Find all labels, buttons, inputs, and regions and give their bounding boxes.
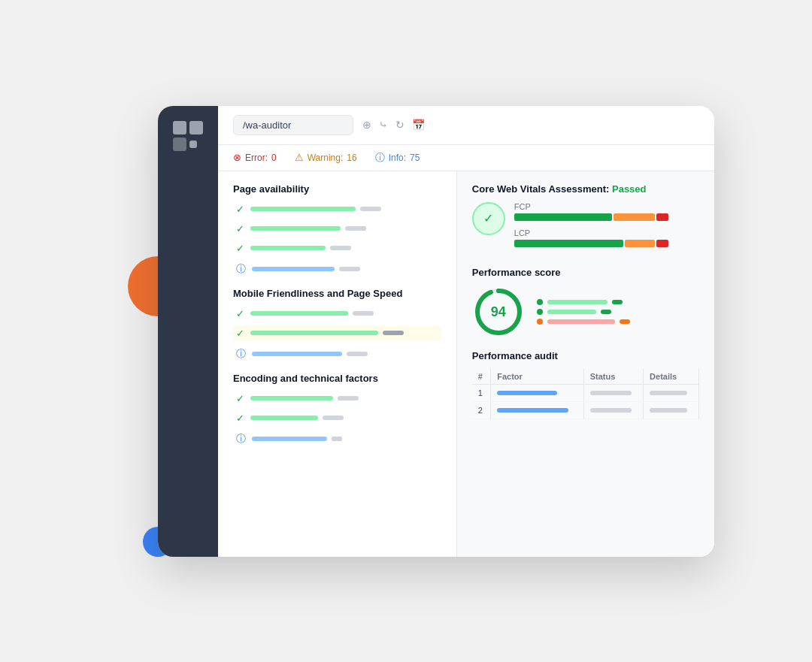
legend-end-orange — [620, 319, 630, 324]
legend-dot — [537, 309, 543, 315]
bar-container — [250, 311, 438, 316]
status-bar — [590, 391, 632, 395]
cwv-section: Core Web Vitals Assessment: Passed ✓ FCP — [472, 183, 699, 255]
check-icon-green: ✓ — [236, 308, 244, 319]
check-row: ⓘ — [233, 261, 441, 277]
legend-dot — [537, 299, 543, 305]
panels: Page availability ✓ ✓ — [218, 171, 714, 557]
legend-bar — [547, 319, 615, 324]
details-bar — [650, 408, 687, 413]
cwv-lcp-label: LCP — [514, 228, 699, 237]
legend-end — [612, 300, 623, 304]
audit-row-1: 1 — [472, 384, 699, 401]
cwv-bar-fcp: FCP — [514, 202, 699, 221]
bar-end — [353, 311, 374, 316]
factor-bar — [497, 391, 557, 395]
bar-container — [250, 207, 438, 211]
bar-container — [250, 226, 438, 231]
row1-num: 1 — [472, 384, 491, 401]
check-icon-blue: ⓘ — [236, 347, 246, 361]
error-status: ⊗ Error: 0 — [233, 152, 277, 163]
check-row: ✓ — [233, 241, 441, 255]
col-status: Status — [583, 369, 643, 385]
refresh-icon[interactable]: ↻ — [395, 119, 404, 131]
bar-main — [252, 437, 327, 441]
check-row-highlighted: ✓ — [233, 326, 441, 340]
cwv-title: Core Web Vitals Assessment: Passed — [472, 183, 699, 195]
bar-main — [250, 416, 318, 420]
cwv-check-icon: ✓ — [472, 202, 505, 235]
cwv-fcp-label: FCP — [514, 202, 699, 211]
warning-value: 16 — [347, 153, 356, 163]
logo-square-3 — [173, 138, 186, 151]
logo-square-1 — [173, 121, 186, 135]
col-details: Details — [644, 369, 699, 385]
row1-factor — [491, 384, 583, 401]
audit-table: # Factor Status Details 1 — [472, 369, 699, 419]
row2-status — [583, 401, 643, 419]
status-bar — [590, 408, 632, 413]
cwv-fcp-track — [514, 213, 699, 221]
bar-main — [250, 331, 378, 335]
check-icon-green: ✓ — [236, 204, 244, 215]
legend-row — [537, 309, 630, 315]
section-page-availability: Page availability — [233, 183, 441, 195]
share-icon[interactable]: ⤷ — [379, 119, 388, 131]
bar-main — [252, 267, 335, 271]
legend-bar — [547, 300, 607, 304]
warning-icon: ⚠ — [295, 152, 304, 163]
add-icon[interactable]: ⊕ — [362, 119, 371, 131]
info-value: 75 — [410, 153, 420, 163]
calendar-icon[interactable]: 📅 — [412, 119, 425, 131]
bar-container — [250, 396, 438, 401]
bar-container — [250, 246, 438, 250]
row2-num: 2 — [472, 401, 491, 419]
check-row: ⓘ — [233, 346, 441, 362]
legend-end — [601, 310, 611, 314]
cwv-title-text: Core Web Vitals Assessment: — [472, 183, 610, 195]
check-row: ✓ — [233, 391, 441, 406]
row1-details — [644, 384, 699, 401]
right-panel: Core Web Vitals Assessment: Passed ✓ FCP — [456, 171, 714, 557]
row2-details — [644, 401, 699, 419]
bar-end — [383, 331, 404, 335]
check-row: ⓘ — [233, 431, 441, 447]
address-bar: /wa-auditor ⊕ ⤷ ↻ 📅 — [218, 106, 714, 145]
bar-container — [252, 267, 438, 271]
error-value: 0 — [271, 153, 277, 163]
bar-end — [332, 437, 342, 441]
bar-container — [250, 416, 438, 420]
bar-end — [323, 416, 344, 420]
bar-main — [250, 246, 326, 250]
col-factor: Factor — [491, 369, 583, 385]
info-status: ⓘ Info: 75 — [375, 151, 420, 165]
check-row: ✓ — [233, 411, 441, 425]
check-icon-green: ✓ — [236, 393, 244, 404]
perf-section: Performance score 94 — [472, 267, 699, 338]
bar-end — [360, 207, 381, 211]
details-bar — [650, 391, 687, 395]
row1-status — [583, 384, 643, 401]
device: /wa-auditor ⊕ ⤷ ↻ 📅 ⊗ Error: 0 ⚠ Warning… — [158, 106, 714, 557]
sidebar-logo — [173, 121, 203, 151]
check-icon-blue: ⓘ — [236, 432, 246, 446]
audit-title: Performance audit — [472, 350, 699, 361]
legend-dot — [537, 319, 543, 325]
perf-legend — [537, 299, 630, 325]
status-bar: ⊗ Error: 0 ⚠ Warning: 16 ⓘ Info: 75 — [218, 145, 714, 171]
donut-container: 94 — [472, 286, 525, 338]
perf-score-container: 94 — [472, 286, 699, 338]
row2-factor — [491, 401, 583, 419]
error-icon: ⊗ — [233, 152, 241, 163]
url-input[interactable]: /wa-auditor — [233, 115, 353, 135]
cwv-seg — [514, 240, 623, 247]
info-icon: ⓘ — [375, 151, 385, 165]
warning-status: ⚠ Warning: 16 — [295, 152, 357, 163]
legend-bar — [547, 310, 596, 314]
cwv-bars: FCP LCP — [514, 202, 699, 255]
bar-main — [252, 352, 342, 356]
bar-end — [339, 267, 360, 271]
legend-row — [537, 299, 630, 305]
bar-end — [347, 352, 368, 356]
cwv-seg — [625, 240, 655, 247]
